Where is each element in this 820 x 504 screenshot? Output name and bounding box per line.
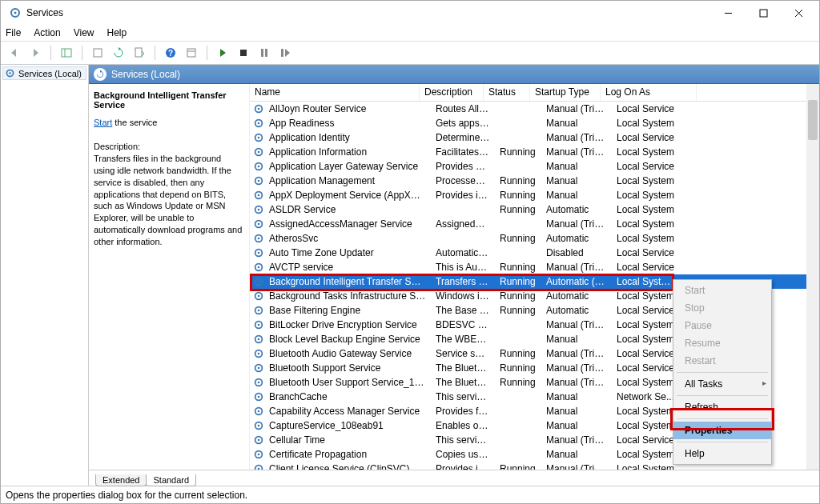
svg-point-65	[258, 425, 260, 427]
svg-point-57	[258, 367, 260, 370]
svg-rect-14	[240, 50, 247, 56]
menu-view[interactable]: View	[74, 27, 94, 38]
ctx-restart[interactable]: Restart	[673, 352, 771, 370]
export-list-button[interactable]	[131, 44, 148, 62]
refresh-button[interactable]	[110, 44, 127, 62]
cell-logon: Local System	[612, 276, 676, 287]
svg-point-63	[258, 410, 260, 413]
tree-root-label: Services (Local)	[18, 69, 82, 78]
svg-point-35	[258, 209, 260, 211]
tab-extended[interactable]: Extended	[95, 474, 147, 486]
ctx-pause[interactable]: Pause	[673, 317, 771, 334]
ctx-properties[interactable]: Properties	[673, 422, 771, 439]
cell-description: The Base Filt...	[431, 305, 495, 316]
service-row[interactable]: AllJoyn Router ServiceRoutes AllJo...Man…	[250, 102, 819, 116]
svg-point-61	[258, 396, 260, 398]
tree-root-item[interactable]: Services (Local)	[2, 66, 86, 80]
properties-button[interactable]	[183, 44, 200, 62]
menu-action[interactable]: Action	[34, 27, 60, 38]
statusbar-text: Opens the properties dialog box for the …	[6, 490, 247, 501]
menubar: File Action View Help	[1, 25, 819, 41]
service-row[interactable]: Auto Time Zone UpdaterAutomaticall...Dis…	[250, 246, 819, 260]
menu-help[interactable]: Help	[107, 27, 127, 38]
tab-standard[interactable]: Standard	[146, 474, 196, 486]
service-row[interactable]: Application InformationFacilitates th...…	[250, 145, 819, 159]
ctx-resume[interactable]: Resume	[673, 334, 771, 352]
cell-startup: Manual (Trigg...	[541, 218, 612, 230]
cell-description: Provides infr...	[431, 190, 495, 201]
pause-service-button[interactable]	[255, 44, 273, 62]
show-hide-tree-button[interactable]	[58, 44, 75, 62]
scrollbar-thumb[interactable]	[808, 100, 818, 140]
cell-status: Running	[495, 348, 541, 359]
service-row[interactable]: Application ManagementProcesses in...Run…	[250, 174, 819, 188]
service-row[interactable]: AVCTP serviceThis is Audio...RunningManu…	[250, 260, 819, 274]
col-description[interactable]: Description	[420, 84, 484, 101]
cell-name: Client License Service (ClipSVC)	[264, 463, 431, 470]
cell-description: This service ...	[431, 434, 495, 446]
ctx-separator	[677, 418, 768, 419]
list-header: Name Description Status Startup Type Log…	[250, 84, 819, 102]
svg-point-55	[258, 353, 260, 355]
close-button[interactable]	[781, 1, 816, 25]
cell-logon: Local System	[612, 233, 684, 244]
col-startup[interactable]: Startup Type	[530, 84, 601, 101]
service-row[interactable]: AssignedAccessManager ServiceAssignedAcc…	[250, 217, 819, 231]
minimize-button[interactable]	[710, 1, 746, 25]
cell-description: Facilitates th...	[431, 146, 495, 158]
cell-startup: Manual (Trigg...	[541, 132, 612, 143]
cell-name: Bluetooth User Support Service_108e...	[264, 377, 431, 388]
cell-status: Running	[495, 377, 541, 388]
cell-status: Running	[495, 305, 541, 316]
service-row[interactable]: AppX Deployment Service (AppXSVC)Provide…	[250, 188, 819, 202]
svg-point-43	[258, 266, 260, 269]
forward-button[interactable]	[26, 44, 44, 62]
svg-text:?: ?	[168, 49, 173, 58]
service-row[interactable]: AtherosSvcRunningAutomaticLocal System	[250, 231, 819, 246]
stop-service-button[interactable]	[235, 44, 252, 62]
svg-point-29	[258, 166, 260, 168]
service-row[interactable]: Application Layer Gateway ServiceProvide…	[250, 159, 819, 174]
cell-startup: Manual (Trigg...	[541, 434, 612, 446]
service-row[interactable]: ASLDR ServiceRunningAutomaticLocal Syste…	[250, 202, 819, 217]
start-service-link[interactable]: Start	[94, 118, 112, 127]
menu-file[interactable]: File	[6, 27, 21, 38]
cell-name: App Readiness	[264, 118, 431, 129]
svg-rect-3	[760, 10, 767, 17]
cell-startup: Manual	[541, 161, 612, 172]
ctx-stop[interactable]: Stop	[673, 299, 771, 317]
svg-rect-8	[94, 49, 102, 57]
cell-name: AppX Deployment Service (AppXSVC)	[264, 190, 431, 201]
col-status[interactable]: Status	[484, 84, 530, 101]
cell-startup: Manual	[541, 118, 612, 129]
maximize-button[interactable]	[746, 1, 781, 25]
svg-point-37	[258, 223, 260, 226]
cell-name: Background Tasks Infrastructure Servi...	[264, 290, 431, 302]
cell-description: Gets apps re...	[431, 118, 495, 129]
svg-point-21	[258, 108, 260, 110]
col-logon[interactable]: Log On As	[601, 84, 697, 101]
ctx-start[interactable]: Start	[673, 282, 771, 299]
refresh-icon[interactable]	[94, 68, 107, 81]
start-service-button[interactable]	[214, 44, 231, 62]
cell-logon: Local System	[612, 218, 684, 230]
ctx-refresh[interactable]: Refresh	[673, 398, 771, 416]
cell-status: Running	[495, 262, 541, 273]
cell-name: ASLDR Service	[264, 204, 431, 215]
col-name[interactable]: Name	[250, 84, 420, 101]
cell-startup: Manual (Trigg...	[541, 348, 612, 359]
service-row[interactable]: Application IdentityDetermines ...Manual…	[250, 130, 819, 145]
titlebar: Services	[1, 1, 819, 25]
svg-point-49	[258, 310, 260, 312]
service-row[interactable]: App ReadinessGets apps re...ManualLocal …	[250, 116, 819, 130]
help-button[interactable]: ?	[162, 44, 179, 62]
export-button[interactable]	[89, 44, 107, 62]
cell-description: The Bluetoo...	[431, 362, 495, 374]
ctx-all-tasks[interactable]: All Tasks	[673, 375, 771, 393]
back-button[interactable]	[6, 44, 23, 62]
vertical-scrollbar[interactable]	[806, 84, 819, 470]
cell-name: Base Filtering Engine	[264, 305, 431, 316]
svg-rect-12	[187, 49, 195, 57]
ctx-help[interactable]: Help	[673, 445, 771, 462]
restart-service-button[interactable]	[276, 44, 294, 62]
